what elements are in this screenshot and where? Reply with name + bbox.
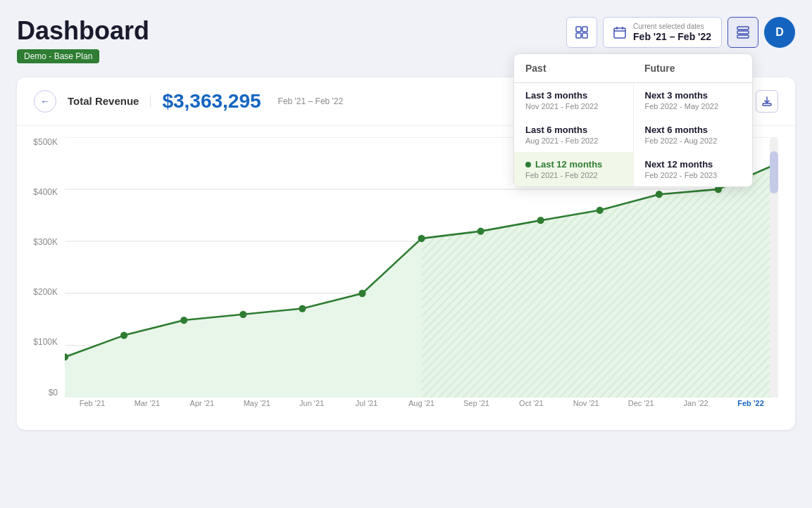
future-options: Next 3 months Feb 2022 - May 2022 Next 6… [634,83,753,186]
y-label-0: $0 [28,388,63,398]
next-6-months-option[interactable]: Next 6 months Feb 2022 - Aug 2022 [634,118,753,152]
y-label-500k: $500K [28,137,63,147]
next-6-months-sub: Feb 2022 - Aug 2022 [645,136,742,145]
future-col-header: Future [633,54,752,82]
table-view-button[interactable] [566,17,597,48]
x-label-sep21: Sep '21 [449,399,504,407]
grid-icon [737,26,749,39]
dot-8 [537,217,544,224]
toolbar: Current selected dates Feb '21 – Feb '22… [566,17,795,48]
svg-rect-1 [582,27,587,32]
x-label-mar21: Mar '21 [120,399,175,407]
x-label-nov21: Nov '21 [558,399,613,407]
back-button[interactable]: ← [34,90,56,113]
y-label-200k: $200K [28,287,63,297]
svg-rect-0 [576,27,581,32]
dot-2 [180,316,187,323]
download-icon [761,96,773,107]
revenue-period: Feb '21 – Feb '22 [278,96,344,106]
last-3-months-option[interactable]: Last 3 months Nov 2021 - Feb 2022 [514,83,633,118]
x-label-may21: May '21 [230,399,285,407]
calendar-icon [613,26,626,39]
date-info: Current selected dates Feb '21 – Feb '22 [633,23,711,43]
avatar-button[interactable]: D [764,17,795,48]
x-axis: Feb '21 Mar '21 Apr '21 May '21 Jun '21 … [65,399,778,419]
y-axis: $0 $100K $200K $300K $400K $500K [28,137,63,398]
past-options: Last 3 months Nov 2021 - Feb 2022 Last 6… [514,83,634,186]
next-12-months-title: Next 12 months [645,159,742,170]
svg-rect-8 [737,27,749,30]
x-label-dec21: Dec '21 [613,399,668,407]
last-6-months-sub: Aug 2021 - Feb 2022 [525,136,622,145]
x-label-feb21: Feb '21 [65,399,120,407]
date-range-label: Current selected dates [633,23,704,31]
table-icon [575,26,588,39]
dot-9 [596,206,604,213]
next-6-months-title: Next 6 months [645,125,742,135]
x-label-aug21: Aug '21 [394,399,449,407]
dropdown-body: Last 3 months Nov 2021 - Feb 2022 Last 6… [514,83,752,186]
dot-3 [239,310,246,317]
demo-badge: Demo - Base Plan [17,49,99,63]
dot-1 [120,331,127,338]
card-title: Total Revenue [68,95,151,107]
x-label-feb22: Feb '22 [723,399,778,407]
last-12-months-option[interactable]: Last 12 months Feb 2021 - Feb 2022 [514,152,633,186]
revenue-amount: $3,363,295 [162,90,261,113]
x-label-oct21: Oct '21 [504,399,558,407]
next-12-months-option[interactable]: Next 12 months Feb 2022 - Feb 2023 [634,152,753,186]
dot-10 [656,191,663,198]
x-label-apr21: Apr '21 [175,399,230,407]
svg-rect-3 [582,33,587,38]
dot-7 [477,227,485,234]
svg-rect-10 [737,35,749,38]
x-label-jun21: Jun '21 [285,399,339,407]
date-picker-dropdown: Past Future Last 3 months Nov 2021 - Feb… [513,53,753,187]
y-label-400k: $400K [28,187,63,197]
grid-view-button[interactable] [727,17,758,48]
next-12-months-sub: Feb 2022 - Feb 2023 [645,171,742,179]
page-title: Dashboard [17,17,149,45]
y-label-300k: $300K [28,237,63,247]
chart-hatch-area [422,163,779,398]
dot-6 [418,234,425,241]
selected-indicator [525,162,531,167]
download-button[interactable] [756,90,778,113]
next-3-months-sub: Feb 2022 - May 2022 [645,102,742,110]
date-range-button[interactable]: Current selected dates Feb '21 – Feb '22 [603,17,722,48]
date-range-value: Feb '21 – Feb '22 [633,31,711,43]
svg-rect-9 [737,31,749,34]
back-arrow-icon: ← [40,96,50,107]
x-label-jan22: Jan '22 [668,399,723,407]
dot-5 [358,289,366,296]
last-6-months-option[interactable]: Last 6 months Aug 2021 - Feb 2022 [514,118,633,152]
next-3-months-title: Next 3 months [645,90,742,101]
last-6-months-title: Last 6 months [525,125,622,135]
scroll-track[interactable] [770,137,778,398]
scroll-thumb[interactable] [770,151,778,193]
card-actions [756,90,778,113]
svg-rect-4 [614,28,625,38]
next-3-months-option[interactable]: Next 3 months Feb 2022 - May 2022 [634,83,753,118]
svg-rect-2 [576,33,581,38]
last-12-months-sub: Feb 2021 - Feb 2022 [525,171,622,179]
past-col-header: Past [514,54,633,82]
last-3-months-title: Last 3 months [525,90,622,101]
dot-4 [299,305,306,312]
y-label-100k: $100K [28,337,63,347]
last-12-months-title: Last 12 months [525,159,622,170]
last-3-months-sub: Nov 2021 - Feb 2022 [525,102,622,110]
dropdown-header: Past Future [514,54,752,83]
svg-rect-11 [763,103,771,106]
x-label-jul21: Jul '21 [339,399,394,407]
